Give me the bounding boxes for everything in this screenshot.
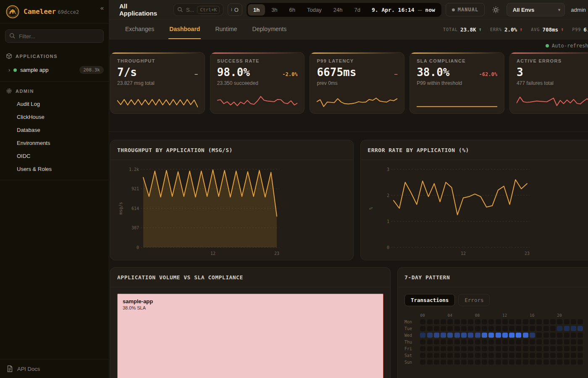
env-select[interactable]: All Envs ▾ (507, 3, 565, 16)
heatmap-cell (578, 319, 583, 324)
tab-exchanges[interactable]: Exchanges (124, 20, 155, 39)
heatmap-cell (427, 333, 433, 338)
heatmap-cell (557, 339, 562, 344)
time-range-today[interactable]: Today (302, 4, 327, 16)
heatmap-cell (557, 333, 562, 338)
treemap-box-sample-app[interactable]: sample-app 38.0% SLA (117, 294, 383, 378)
heatmap-cell (434, 333, 439, 338)
chevron-right-icon[interactable]: › (8, 67, 10, 73)
sidebar-item-oidc[interactable]: OIDC (0, 150, 109, 163)
kpi-card-active-errors[interactable]: ACTIVE ERRORS3–477 failures total (509, 52, 588, 114)
heatmap-cell (550, 333, 556, 338)
theme-toggle-button[interactable] (489, 3, 502, 16)
heatmap-cell (571, 360, 576, 365)
cube-icon (6, 53, 12, 59)
sidebar-item-environments[interactable]: Environments (0, 136, 109, 150)
section-divider (109, 131, 588, 132)
admin-section-header: ADMIN (0, 82, 109, 97)
heatmap-cell (434, 360, 439, 365)
svg-text:307: 307 (131, 226, 139, 230)
api-docs-link[interactable]: API Docs (0, 359, 109, 378)
heatmap-cell (536, 346, 542, 351)
heatmap-cell (447, 360, 453, 365)
pattern-toggle-transactions[interactable]: Transactions (404, 294, 455, 306)
heatmap-cell (420, 360, 425, 365)
main-column: All Applications S... Ctrl+K O 1h3h6hTod… (109, 0, 588, 378)
search-placeholder: S... (186, 7, 194, 13)
heatmap-cell (447, 333, 453, 338)
seven-day-pattern-panel: 7-DAY PATTERN TransactionsErrors 0004081… (397, 267, 588, 378)
heatmap-cell (578, 353, 583, 358)
svg-text:%: % (369, 207, 373, 210)
heatmap-cell (564, 346, 570, 351)
svg-text:921: 921 (131, 186, 139, 191)
stat-err: ERR%2.0%↑ (490, 26, 522, 33)
sidebar-item-audit-log[interactable]: Audit Log (0, 97, 109, 110)
heatmap-cell (454, 326, 460, 331)
heatmap-cell (571, 339, 576, 344)
time-range-6h[interactable]: 6h (284, 4, 301, 16)
live-status-toggle[interactable]: O (228, 3, 242, 16)
chevron-down-icon: ▾ (558, 7, 561, 13)
heatmap-cell (447, 326, 453, 331)
gear-icon (6, 88, 12, 94)
sidebar-item-users-roles[interactable]: Users & Roles (0, 163, 109, 176)
pattern-panel-header: 7-DAY PATTERN (398, 268, 588, 287)
pattern-toggle-errors[interactable]: Errors (458, 294, 490, 306)
heatmap-cell (523, 353, 528, 358)
global-search-input[interactable]: S... Ctrl+K (173, 3, 223, 16)
heatmap-cell (447, 339, 453, 344)
treemap-app-sla: 38.0% SLA (123, 305, 378, 310)
kpi-value: 6675ms (317, 66, 356, 79)
stat-label: P99 (572, 27, 581, 32)
heatmap-cell (434, 319, 439, 324)
svg-text:3: 3 (387, 167, 389, 172)
svg-text:23: 23 (274, 251, 279, 256)
heatmap-cell (536, 319, 542, 324)
filter-input[interactable] (5, 29, 104, 43)
heatmap-day-label: Wed (404, 333, 419, 338)
kpi-card-throughput[interactable]: THROUGHPUT7/s–23.827 msg total (110, 52, 205, 114)
kpi-card-sla-compliance[interactable]: SLA COMPLIANCE38.0%-62.0%P99 within thre… (410, 52, 504, 114)
heatmap-hour-label: 04 (447, 313, 473, 318)
heatmap-cell (488, 353, 494, 358)
sidebar-item-clickhouse[interactable]: ClickHouse (0, 110, 109, 123)
date-range-display[interactable]: 9. Apr. 16:14 – now (367, 6, 440, 14)
time-range-1h[interactable]: 1h (248, 4, 265, 16)
sidebar-collapse-icon[interactable]: « (100, 4, 104, 11)
heatmap-cell (571, 333, 576, 338)
errorrate-panel-title: ERROR RATE BY APPLICATION (%) (368, 147, 469, 153)
manual-refresh-button[interactable]: MANUAL (446, 3, 485, 16)
sidebar-item-sample-app[interactable]: › sample app 208.3k (0, 63, 109, 77)
tab-runtime[interactable]: Runtime (214, 20, 238, 39)
heatmap-cell (441, 339, 446, 344)
dashboard-content: Auto-refresh: 30s THROUGHPUT7/s–23.827 m… (109, 39, 588, 378)
stat-label: TOTAL (443, 27, 458, 32)
kpi-value: 7/s (117, 66, 137, 79)
time-range-24h[interactable]: 24h (328, 4, 348, 16)
kpi-card-p99-latency[interactable]: P99 LATENCY6675ms–prev 0ms (310, 52, 404, 114)
kpi-subtext: prev 0ms (317, 80, 397, 86)
heatmap-hour-label: 16 (530, 313, 556, 318)
stat-total: TOTAL23.8K↑ (443, 26, 482, 33)
throughput-panel: THROUGHPUT BY APPLICATION (MSG/S) 030761… (110, 140, 354, 260)
time-range-3h[interactable]: 3h (266, 4, 283, 16)
kpi-card-success-rate[interactable]: SUCCESS RATE98.0%-2.0%23.350 succeeded (210, 52, 305, 114)
treemap-app-name: sample-app (123, 298, 378, 304)
svg-text:12: 12 (210, 251, 215, 256)
heatmap-cell (509, 319, 514, 324)
heatmap-cell (496, 319, 501, 324)
time-range-7d[interactable]: 7d (349, 4, 365, 16)
tab-deployments[interactable]: Deployments (252, 20, 288, 39)
heatmap-cell (434, 326, 439, 331)
heatmap-day-label: Thu (404, 339, 419, 344)
heatmap-cell (578, 326, 583, 331)
date-from: 9. Apr. 16:14 (372, 7, 415, 13)
heatmap-cell (475, 339, 480, 344)
tab-dashboard[interactable]: Dashboard (168, 20, 201, 39)
svg-text:0: 0 (136, 245, 139, 250)
heatmap-cell (564, 326, 570, 331)
heatmap-cell (516, 346, 521, 351)
sidebar-item-database[interactable]: Database (0, 123, 109, 136)
heatmap-cell (427, 319, 433, 324)
